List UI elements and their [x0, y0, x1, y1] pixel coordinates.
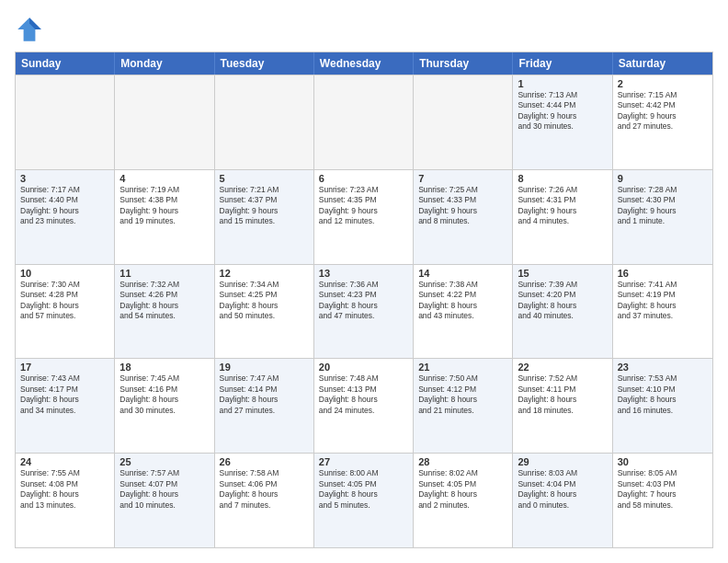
cell-info: Sunrise: 7:39 AM Sunset: 4:20 PM Dayligh…: [518, 280, 607, 322]
cell-info: Sunrise: 8:00 AM Sunset: 4:05 PM Dayligh…: [319, 468, 408, 511]
logo-icon: [15, 15, 44, 44]
calendar-cell: 9Sunrise: 7:28 AM Sunset: 4:30 PM Daylig…: [613, 170, 712, 264]
weekday-header-monday: Monday: [115, 52, 214, 75]
weekday-header-sunday: Sunday: [16, 52, 115, 75]
calendar-row-5: 24Sunrise: 7:55 AM Sunset: 4:08 PM Dayli…: [16, 453, 712, 547]
day-number: 8: [518, 173, 607, 184]
day-number: 25: [119, 456, 209, 467]
logo: [15, 15, 48, 44]
day-number: 7: [418, 173, 507, 184]
calendar-cell: 15Sunrise: 7:39 AM Sunset: 4:20 PM Dayli…: [513, 265, 612, 359]
calendar-cell: 10Sunrise: 7:30 AM Sunset: 4:28 PM Dayli…: [16, 265, 115, 359]
cell-info: Sunrise: 7:47 AM Sunset: 4:14 PM Dayligh…: [220, 373, 309, 416]
day-number: 23: [618, 362, 708, 373]
calendar-cell: 4Sunrise: 7:19 AM Sunset: 4:38 PM Daylig…: [115, 170, 214, 264]
day-number: 17: [20, 362, 109, 373]
calendar-cell: 3Sunrise: 7:17 AM Sunset: 4:40 PM Daylig…: [16, 170, 115, 264]
calendar-cell: 22Sunrise: 7:52 AM Sunset: 4:11 PM Dayli…: [513, 359, 612, 453]
day-number: 24: [20, 456, 109, 467]
calendar-cell: 19Sunrise: 7:47 AM Sunset: 4:14 PM Dayli…: [215, 359, 314, 453]
calendar-cell: 2Sunrise: 7:15 AM Sunset: 4:42 PM Daylig…: [613, 75, 712, 169]
calendar-cell: 20Sunrise: 7:48 AM Sunset: 4:13 PM Dayli…: [314, 359, 414, 453]
day-number: 14: [418, 268, 507, 279]
calendar-cell: 7Sunrise: 7:25 AM Sunset: 4:33 PM Daylig…: [414, 170, 513, 264]
day-number: 20: [319, 362, 408, 373]
calendar-cell: 25Sunrise: 7:57 AM Sunset: 4:07 PM Dayli…: [115, 454, 214, 547]
day-number: 29: [518, 456, 607, 467]
weekday-header-friday: Friday: [513, 52, 612, 75]
weekday-header-thursday: Thursday: [414, 52, 513, 75]
calendar-cell: 8Sunrise: 7:26 AM Sunset: 4:31 PM Daylig…: [513, 170, 612, 264]
day-number: 13: [319, 268, 408, 279]
calendar-cell: [115, 75, 214, 169]
day-number: 5: [220, 173, 309, 184]
calendar-cell: 30Sunrise: 8:05 AM Sunset: 4:03 PM Dayli…: [613, 454, 712, 547]
calendar-cell: 24Sunrise: 7:55 AM Sunset: 4:08 PM Dayli…: [16, 454, 115, 547]
calendar-cell: 1Sunrise: 7:13 AM Sunset: 4:44 PM Daylig…: [513, 75, 612, 169]
calendar-cell: 21Sunrise: 7:50 AM Sunset: 4:12 PM Dayli…: [414, 359, 513, 453]
calendar-header: SundayMondayTuesdayWednesdayThursdayFrid…: [16, 52, 712, 75]
calendar-cell: 29Sunrise: 8:03 AM Sunset: 4:04 PM Dayli…: [513, 454, 612, 547]
calendar-cell: 18Sunrise: 7:45 AM Sunset: 4:16 PM Dayli…: [115, 359, 214, 453]
day-number: 9: [618, 173, 708, 184]
cell-info: Sunrise: 7:57 AM Sunset: 4:07 PM Dayligh…: [119, 468, 209, 511]
calendar-cell: 27Sunrise: 8:00 AM Sunset: 4:05 PM Dayli…: [314, 454, 414, 547]
calendar: SundayMondayTuesdayWednesdayThursdayFrid…: [15, 52, 713, 548]
cell-info: Sunrise: 7:32 AM Sunset: 4:26 PM Dayligh…: [119, 280, 209, 322]
cell-info: Sunrise: 7:52 AM Sunset: 4:11 PM Dayligh…: [518, 373, 607, 416]
weekday-header-tuesday: Tuesday: [215, 52, 314, 75]
calendar-cell: [414, 75, 513, 169]
cell-info: Sunrise: 8:03 AM Sunset: 4:04 PM Dayligh…: [518, 468, 607, 511]
cell-info: Sunrise: 7:58 AM Sunset: 4:06 PM Dayligh…: [220, 468, 309, 511]
calendar-cell: 26Sunrise: 7:58 AM Sunset: 4:06 PM Dayli…: [215, 454, 314, 547]
calendar-row-3: 10Sunrise: 7:30 AM Sunset: 4:28 PM Dayli…: [16, 264, 712, 359]
day-number: 21: [418, 362, 507, 373]
cell-info: Sunrise: 8:02 AM Sunset: 4:05 PM Dayligh…: [418, 468, 507, 511]
cell-info: Sunrise: 7:50 AM Sunset: 4:12 PM Dayligh…: [418, 373, 507, 416]
day-number: 18: [119, 362, 209, 373]
calendar-cell: [215, 75, 314, 169]
cell-info: Sunrise: 7:34 AM Sunset: 4:25 PM Dayligh…: [220, 280, 309, 322]
calendar-cell: 12Sunrise: 7:34 AM Sunset: 4:25 PM Dayli…: [215, 265, 314, 359]
day-number: 2: [618, 78, 708, 89]
day-number: 11: [119, 268, 209, 279]
cell-info: Sunrise: 7:43 AM Sunset: 4:17 PM Dayligh…: [20, 373, 109, 416]
calendar-cell: 17Sunrise: 7:43 AM Sunset: 4:17 PM Dayli…: [16, 359, 115, 453]
calendar-cell: 16Sunrise: 7:41 AM Sunset: 4:19 PM Dayli…: [613, 265, 712, 359]
cell-info: Sunrise: 7:23 AM Sunset: 4:35 PM Dayligh…: [319, 185, 408, 227]
cell-info: Sunrise: 7:55 AM Sunset: 4:08 PM Dayligh…: [20, 468, 109, 511]
calendar-row-1: 1Sunrise: 7:13 AM Sunset: 4:44 PM Daylig…: [16, 75, 712, 169]
day-number: 12: [220, 268, 309, 279]
cell-info: Sunrise: 7:26 AM Sunset: 4:31 PM Dayligh…: [518, 185, 607, 227]
cell-info: Sunrise: 7:53 AM Sunset: 4:10 PM Dayligh…: [618, 373, 708, 416]
calendar-body: 1Sunrise: 7:13 AM Sunset: 4:44 PM Daylig…: [16, 75, 712, 547]
day-number: 26: [220, 456, 309, 467]
cell-info: Sunrise: 7:13 AM Sunset: 4:44 PM Dayligh…: [518, 90, 607, 132]
calendar-cell: 23Sunrise: 7:53 AM Sunset: 4:10 PM Dayli…: [613, 359, 712, 453]
cell-info: Sunrise: 7:30 AM Sunset: 4:28 PM Dayligh…: [20, 280, 109, 322]
header: [15, 15, 713, 44]
calendar-cell: 28Sunrise: 8:02 AM Sunset: 4:05 PM Dayli…: [414, 454, 513, 547]
cell-info: Sunrise: 7:45 AM Sunset: 4:16 PM Dayligh…: [119, 373, 209, 416]
cell-info: Sunrise: 7:19 AM Sunset: 4:38 PM Dayligh…: [119, 185, 209, 227]
weekday-header-wednesday: Wednesday: [314, 52, 414, 75]
day-number: 15: [518, 268, 607, 279]
day-number: 22: [518, 362, 607, 373]
cell-info: Sunrise: 7:36 AM Sunset: 4:23 PM Dayligh…: [319, 280, 408, 322]
calendar-row-2: 3Sunrise: 7:17 AM Sunset: 4:40 PM Daylig…: [16, 169, 712, 264]
cell-info: Sunrise: 7:41 AM Sunset: 4:19 PM Dayligh…: [618, 280, 708, 322]
day-number: 1: [518, 78, 607, 89]
day-number: 16: [618, 268, 708, 279]
cell-info: Sunrise: 8:05 AM Sunset: 4:03 PM Dayligh…: [618, 468, 708, 511]
calendar-cell: 5Sunrise: 7:21 AM Sunset: 4:37 PM Daylig…: [215, 170, 314, 264]
cell-info: Sunrise: 7:21 AM Sunset: 4:37 PM Dayligh…: [220, 185, 309, 227]
day-number: 3: [20, 173, 109, 184]
day-number: 10: [20, 268, 109, 279]
calendar-row-4: 17Sunrise: 7:43 AM Sunset: 4:17 PM Dayli…: [16, 358, 712, 453]
day-number: 30: [618, 456, 708, 467]
cell-info: Sunrise: 7:28 AM Sunset: 4:30 PM Dayligh…: [618, 185, 708, 227]
cell-info: Sunrise: 7:15 AM Sunset: 4:42 PM Dayligh…: [618, 90, 708, 132]
calendar-cell: 11Sunrise: 7:32 AM Sunset: 4:26 PM Dayli…: [115, 265, 214, 359]
calendar-cell: [16, 75, 115, 169]
cell-info: Sunrise: 7:38 AM Sunset: 4:22 PM Dayligh…: [418, 280, 507, 322]
